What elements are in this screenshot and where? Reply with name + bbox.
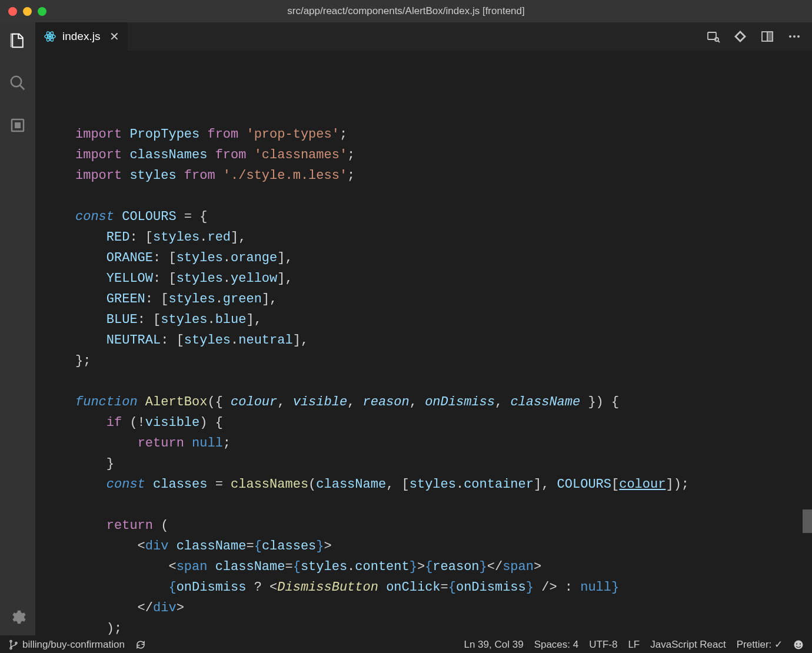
tab-bar: index.js ✕ (35, 22, 812, 51)
scrollbar-thumb[interactable] (803, 509, 812, 533)
encoding[interactable]: UTF-8 (589, 639, 617, 651)
source-control-icon[interactable] (8, 115, 28, 135)
tab-filename: index.js (62, 30, 100, 43)
code-editor[interactable]: import PropTypes from 'prop-types';impor… (35, 51, 812, 635)
svg-point-19 (15, 642, 17, 644)
svg-point-17 (10, 640, 12, 642)
branch-name: billing/buy-confirmation (22, 639, 125, 651)
code-line[interactable]: ); (75, 618, 812, 635)
code-line[interactable] (75, 371, 812, 392)
git-branch[interactable]: billing/buy-confirmation (8, 639, 125, 651)
code-line[interactable]: return ( (75, 515, 812, 536)
code-line[interactable]: NEUTRAL: [styles.neutral], (75, 330, 812, 351)
search-icon[interactable] (8, 73, 28, 93)
language-mode[interactable]: JavaScript React (650, 639, 726, 651)
more-actions-icon[interactable] (787, 29, 801, 44)
svg-point-4 (49, 35, 51, 38)
eol[interactable]: LF (628, 639, 640, 651)
svg-point-22 (800, 643, 801, 644)
code-line[interactable]: if (!visible) { (75, 412, 812, 433)
code-line[interactable]: BLUE: [styles.blue], (75, 309, 812, 330)
activity-bar (0, 22, 35, 635)
close-window-button[interactable] (8, 7, 17, 16)
prettier-status[interactable]: Prettier: ✓ (737, 638, 783, 651)
indentation[interactable]: Spaces: 4 (534, 639, 579, 651)
titlebar: src/app/react/components/AlertBox/index.… (0, 0, 812, 22)
code-line[interactable]: import classNames from 'classnames'; (75, 145, 812, 165)
split-editor-icon[interactable] (760, 29, 774, 44)
code-line[interactable]: <span className={styles.content}>{reason… (75, 557, 812, 577)
scrollbar[interactable] (803, 51, 812, 635)
feedback-icon[interactable] (793, 639, 804, 650)
window-title: src/app/react/components/AlertBox/index.… (287, 5, 524, 17)
status-bar: billing/buy-confirmation Ln 39, Col 39 S… (0, 635, 812, 653)
tab-close-icon[interactable]: ✕ (109, 29, 119, 44)
window-controls (8, 7, 46, 16)
code-line[interactable]: const classes = classNames(className, [s… (75, 474, 812, 495)
svg-line-1 (20, 85, 25, 90)
settings-icon[interactable] (8, 607, 28, 627)
code-line[interactable]: import PropTypes from 'prop-types'; (75, 124, 812, 145)
source-control-diff-icon[interactable] (733, 29, 747, 44)
code-line[interactable]: import styles from './style.m.less'; (75, 165, 812, 186)
svg-point-18 (10, 647, 12, 649)
code-line[interactable]: const COLOURS = { (75, 206, 812, 227)
svg-point-14 (789, 35, 791, 38)
svg-point-15 (793, 35, 796, 38)
code-line[interactable]: function AlertBox({ colour, visible, rea… (75, 392, 812, 412)
svg-point-16 (797, 35, 800, 38)
code-line[interactable]: ORANGE: [styles.orange], (75, 248, 812, 268)
svg-line-10 (718, 41, 720, 42)
minimize-window-button[interactable] (23, 7, 32, 16)
cursor-position[interactable]: Ln 39, Col 39 (464, 639, 523, 651)
code-line[interactable]: return null; (75, 433, 812, 454)
svg-point-20 (794, 640, 803, 649)
code-line[interactable]: GREEN: [styles.green], (75, 289, 812, 309)
code-line[interactable] (75, 186, 812, 206)
editor-actions (706, 22, 812, 51)
svg-point-21 (796, 643, 797, 644)
code-line[interactable]: YELLOW: [styles.yellow], (75, 268, 812, 289)
code-line[interactable] (75, 495, 812, 515)
code-line[interactable]: </div> (75, 598, 812, 618)
code-line[interactable]: <div className={classes}> (75, 536, 812, 557)
sync-icon[interactable] (135, 639, 146, 650)
editor-area: index.js ✕ import (35, 22, 812, 635)
code-line[interactable]: {onDismiss ? <DismissButton onClick={onD… (75, 577, 812, 598)
react-file-icon (44, 30, 56, 43)
svg-rect-3 (15, 122, 21, 128)
tab-index-js[interactable]: index.js ✕ (35, 22, 128, 51)
svg-rect-13 (767, 32, 773, 41)
find-replace-icon[interactable] (706, 29, 720, 44)
svg-point-0 (11, 76, 22, 87)
code-line[interactable]: } (75, 454, 812, 474)
explorer-icon[interactable] (8, 31, 28, 51)
code-line[interactable]: }; (75, 351, 812, 371)
maximize-window-button[interactable] (38, 7, 46, 16)
code-line[interactable]: RED: [styles.red], (75, 227, 812, 248)
